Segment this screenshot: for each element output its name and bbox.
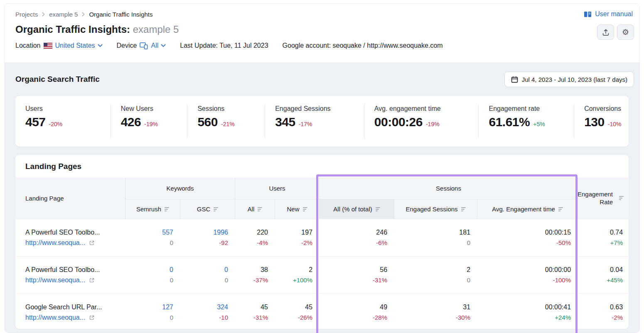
cell-users-new: 197-2% <box>275 219 319 256</box>
column-header-gsc[interactable]: GSC <box>180 199 235 219</box>
sort-icon[interactable] <box>376 207 380 211</box>
page-title: Organic Traffic Insights: example 5 <box>15 23 639 36</box>
last-update-text: Last Update: Tue, 11 Jul 2023 <box>180 42 268 49</box>
sort-icon[interactable] <box>558 207 563 211</box>
metrics-summary: Users 457-20% New Users 426-19% Sessions… <box>15 96 629 147</box>
cell-avg-engagement-time: 00:00:15-50% <box>477 219 578 256</box>
cell-engaged-sessions: 1810 <box>394 219 477 256</box>
chevron-down-icon <box>161 44 166 47</box>
table-row: A Powerful SEO Toolbo... http://www.seoq… <box>15 219 629 256</box>
google-account-text: Google account: seoquake / http://www.se… <box>283 42 443 49</box>
cell-avg-engagement-time: 00:00:41+24% <box>477 294 578 329</box>
cell-landing-page: Google Search URL Par... http://www.seoq… <box>15 294 125 329</box>
breadcrumb-current: Organic Traffic Insights <box>89 11 152 18</box>
metric-conversions: Conversions 130-10% <box>574 104 629 138</box>
date-range-label: Jul 4, 2023 - Jul 10, 2023 (last 7 days) <box>522 76 627 83</box>
metric-sessions: Sessions 560-21% <box>187 104 265 138</box>
header-actions: ⚙ <box>597 24 634 40</box>
column-header-landing-page: Landing Page <box>15 177 125 219</box>
cell-semrush: 5570 <box>125 219 180 256</box>
cell-users-all: 220-4% <box>235 219 275 256</box>
cell-engagement-rate: 0.74+7% <box>578 219 629 256</box>
book-icon <box>584 11 592 17</box>
sort-icon[interactable] <box>461 207 466 211</box>
export-icon <box>602 29 610 36</box>
column-header-engaged-sessions[interactable]: Engaged Sessions <box>394 199 477 219</box>
breadcrumb-project[interactable]: example 5 <box>49 11 78 18</box>
filters-bar: Location United States Device All Last U… <box>15 42 639 49</box>
devices-icon <box>140 42 148 49</box>
sort-icon[interactable] <box>214 207 218 211</box>
cell-sessions-all: 246-6% <box>319 219 394 256</box>
column-group-keywords: Keywords <box>125 177 235 199</box>
settings-button[interactable]: ⚙ <box>617 24 634 40</box>
external-link-icon[interactable] <box>89 315 95 321</box>
user-manual-link[interactable]: User manual <box>584 10 633 18</box>
landing-pages-card: Landing Pages Landing Page Keywords User… <box>15 155 629 329</box>
chevron-right-icon <box>82 12 85 17</box>
column-header-avg-engagement-time[interactable]: Avg. Engagement time <box>477 199 578 219</box>
chevron-down-icon <box>98 44 103 47</box>
cell-landing-page: A Powerful SEO Toolbo... http://www.seoq… <box>15 219 125 256</box>
cell-gsc: 324-10 <box>180 294 235 329</box>
sort-icon[interactable] <box>619 196 624 200</box>
sort-icon[interactable] <box>165 207 169 211</box>
cell-landing-page: A Powerful SEO Toolbo... http://www.seoq… <box>15 256 125 294</box>
landing-pages-title: Landing Pages <box>15 155 629 177</box>
gear-icon: ⚙ <box>622 28 629 36</box>
table-row: Google Search URL Par... http://www.seoq… <box>15 294 629 329</box>
cell-users-new: 2+100% <box>275 256 319 294</box>
metric-engaged-sessions: Engaged Sessions 345-17% <box>265 104 364 138</box>
chevron-right-icon <box>42 12 45 17</box>
column-group-sessions: Sessions <box>319 177 578 199</box>
cell-engaged-sessions: 20 <box>394 256 477 294</box>
column-header-semrush[interactable]: Semrush <box>125 199 180 219</box>
landing-page-link[interactable]: http://www.seoqua... <box>25 312 85 323</box>
cell-users-all: 38-37% <box>235 256 275 294</box>
cell-avg-engagement-time: 00:00:00-100% <box>477 256 578 294</box>
sort-icon[interactable] <box>258 207 262 211</box>
organic-search-traffic-title: Organic Search Traffic <box>15 75 100 84</box>
sort-icon[interactable] <box>303 207 307 211</box>
column-header-users-all[interactable]: All <box>235 199 275 219</box>
external-link-icon[interactable] <box>89 240 95 246</box>
breadcrumb-projects[interactable]: Projects <box>15 11 38 18</box>
cell-semrush: 1270 <box>125 294 180 329</box>
location-label: Location <box>15 42 41 49</box>
date-range-picker[interactable]: Jul 4, 2023 - Jul 10, 2023 (last 7 days) <box>504 71 634 87</box>
column-header-sessions-all[interactable]: All (% of total) <box>319 199 394 219</box>
device-value: All <box>151 42 158 49</box>
breadcrumb: Projects example 5 Organic Traffic Insig… <box>15 4 639 18</box>
cell-engagement-rate: 0.63-2% <box>578 294 629 329</box>
metric-avg-engagement-time: Avg. engagement time 00:00:26-19% <box>364 104 479 138</box>
cell-sessions-all: 56-31% <box>319 256 394 294</box>
cell-engagement-rate: 0.04+45% <box>578 256 629 294</box>
column-header-engagement-rate[interactable]: Engagement Rate <box>578 177 629 219</box>
external-link-icon[interactable] <box>89 277 95 283</box>
cell-gsc: 1996-92 <box>180 219 235 256</box>
device-filter[interactable]: Device All <box>117 42 166 49</box>
export-button[interactable] <box>597 24 614 40</box>
cell-engaged-sessions: 31-30% <box>394 294 477 329</box>
column-header-users-new[interactable]: New <box>275 199 319 219</box>
metric-new-users: New Users 426-19% <box>111 104 187 138</box>
us-flag-icon <box>44 43 52 49</box>
cell-gsc: 00 <box>180 256 235 294</box>
metric-engagement-rate: Engagement rate 61.61%+5% <box>478 104 574 138</box>
table-row: A Powerful SEO Toolbo... http://www.seoq… <box>15 256 629 294</box>
column-group-users: Users <box>235 177 319 199</box>
landing-page-link[interactable]: http://www.seoqua... <box>25 238 85 248</box>
metric-users: Users 457-20% <box>15 104 111 138</box>
cell-semrush: 00 <box>125 256 180 294</box>
calendar-icon <box>511 76 518 83</box>
content-section: Organic Search Traffic Jul 4, 2023 - Jul… <box>5 63 639 333</box>
cell-sessions-all: 49-28% <box>319 294 394 329</box>
cell-users-all: 45-31% <box>235 294 275 329</box>
location-filter[interactable]: Location United States <box>15 42 103 49</box>
cell-users-new: 45-26% <box>275 294 319 329</box>
landing-pages-table: Landing Page Keywords Users Sessions Eng… <box>15 177 629 329</box>
location-value: United States <box>55 42 95 49</box>
device-label: Device <box>117 42 137 49</box>
landing-page-link[interactable]: http://www.seoqua... <box>25 275 85 285</box>
page-header: Projects example 5 Organic Traffic Insig… <box>5 4 639 63</box>
